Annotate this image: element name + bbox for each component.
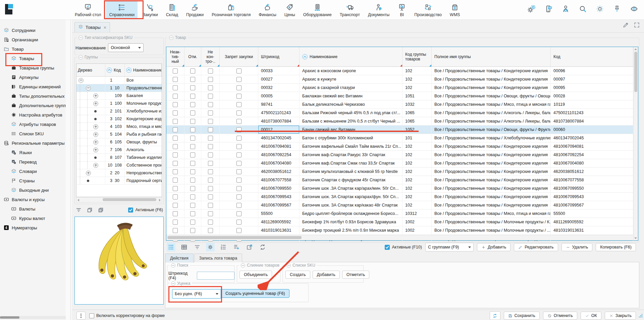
sidebar-hscrollbar[interactable]	[0, 316, 66, 319]
row-checkbox[interactable]	[208, 68, 213, 74]
nav-item-wms[interactable]: WMS	[447, 0, 463, 19]
row-checkbox[interactable]	[236, 186, 241, 191]
tree-row-овощи-фрукты[interactable]: 6105Овощи, фрукты	[76, 138, 162, 146]
collapse-icon[interactable]	[78, 55, 83, 59]
sort-asc-icon[interactable]	[126, 67, 131, 73]
column-header-штрихкод[interactable]: Штрихкод	[258, 47, 300, 66]
form-correction-checkbox[interactable]: Включить корректировку на форме	[89, 313, 165, 318]
tree-row-подарочный-сертификат[interactable]: 330Подарочный сертификат	[76, 177, 162, 185]
sidebar-item-словари[interactable]: Словари	[0, 167, 66, 176]
row-checkbox[interactable]	[173, 203, 178, 208]
row-checkbox[interactable]	[208, 152, 213, 157]
row-checkbox[interactable]	[236, 194, 241, 199]
sidebar-item-единицы-измерений[interactable]: Единицы измерений	[0, 82, 66, 91]
refresh-icon[interactable]	[258, 243, 267, 252]
merge-button[interactable]: Объединить	[239, 271, 272, 279]
row-checkbox[interactable]	[236, 169, 241, 174]
tree-row-кондитерские-изделия[interactable]: 3102Кондитерские изделия	[76, 115, 162, 123]
expand-all-icon[interactable]	[97, 206, 105, 214]
row-checkbox[interactable]	[208, 136, 213, 141]
table-row-4601347002045[interactable]: 4601347002045Батон с отрубями 300г Колом…	[166, 134, 633, 142]
nav-item-documents[interactable]: Документы	[365, 0, 392, 19]
row-checkbox[interactable]	[173, 110, 178, 116]
sidebar-item-товары[interactable]: Товары	[0, 54, 66, 63]
column-header-код[interactable]: Код	[551, 47, 633, 66]
nav-item-sales[interactable]: Продажи	[183, 0, 207, 19]
row-checkbox[interactable]	[208, 228, 213, 233]
table-row-4810067099567[interactable]: 4810067099567Батончик шок. ЗА Спартак ка…	[166, 201, 633, 210]
row-checkbox[interactable]	[173, 77, 178, 82]
row-checkbox[interactable]	[190, 119, 195, 124]
scroll-left-icon[interactable]	[77, 199, 79, 201]
table-row-4811269005592[interactable]: 4811269005592Биокефир 1% пэт/бут 0.93л Б…	[166, 218, 633, 226]
resize-grip[interactable]	[639, 314, 643, 319]
table-row-4810067099543[interactable]: 4810067099543Батончик шок. ЗА Спартак ка…	[166, 193, 633, 201]
create-markdown-product-button[interactable]: Создать уцененный товар (F6)	[221, 289, 289, 298]
edit-pencil-icon[interactable]	[623, 22, 629, 28]
product-photo-bananas[interactable]	[74, 217, 164, 305]
visibility-icon[interactable]	[629, 4, 639, 13]
column-header-код-группытоваров[interactable]: Код группы товаров	[402, 47, 432, 66]
row-checkbox[interactable]	[173, 68, 178, 74]
active-products-checkbox[interactable]: Активные (F10)	[385, 245, 422, 250]
scroll-right-icon[interactable]	[159, 199, 161, 201]
add-list-icon[interactable]	[232, 243, 241, 252]
row-checkbox[interactable]	[173, 194, 178, 199]
nav-item-purchases[interactable]: Закупки	[140, 0, 161, 19]
удалить-button[interactable]: Удалить	[561, 243, 593, 251]
classifier-select[interactable]: Основной	[108, 43, 144, 52]
table-row-4810067092254[interactable]: 4810067092254Батончик ваф.Спартак Ракурс…	[166, 151, 633, 159]
row-checkbox[interactable]	[236, 110, 241, 116]
row-checkbox[interactable]	[173, 127, 178, 132]
row-checkbox[interactable]	[190, 194, 195, 199]
row-checkbox[interactable]	[236, 102, 241, 107]
row-checkbox[interactable]	[208, 161, 213, 166]
row-checkbox[interactable]	[190, 136, 195, 141]
table-row-00032[interactable]: 00032Арахис в сахарной глазури102Все / П…	[166, 84, 633, 92]
collapse-all-icon[interactable]	[86, 206, 94, 214]
table-vscrollbar[interactable]	[633, 47, 638, 240]
expand-icon[interactable]	[93, 93, 98, 98]
sidebar-item-организации[interactable]: Организации	[0, 35, 66, 44]
row-checkbox[interactable]	[190, 152, 195, 157]
row-checkbox[interactable]	[208, 203, 213, 208]
row-checkbox[interactable]	[236, 127, 241, 132]
nav-item-transport[interactable]: Транспорт	[337, 0, 363, 19]
sku-создать-button[interactable]: Создать	[285, 271, 310, 279]
numbered-list-icon[interactable]	[219, 243, 228, 252]
sidebar-item-настройка-атрибутов[interactable]: Настройка атрибутов	[0, 110, 66, 120]
добавить-button[interactable]: Добавить	[477, 243, 511, 251]
row-checkbox[interactable]	[190, 203, 195, 208]
row-checkbox[interactable]	[236, 77, 241, 82]
collapse-icon[interactable]	[86, 86, 91, 91]
app-logo-icon[interactable]	[3, 3, 17, 16]
scroll-down-icon[interactable]	[634, 237, 637, 239]
grid-icon[interactable]	[180, 243, 189, 252]
table-hscrollbar[interactable]	[166, 235, 633, 240]
barcode-search-input[interactable]	[197, 272, 234, 280]
expand-icon[interactable]	[86, 171, 91, 176]
row-checkbox[interactable]	[236, 94, 241, 99]
row-checkbox[interactable]	[208, 169, 213, 174]
more-options-button[interactable]	[76, 312, 86, 320]
active-groups-checkbox[interactable]: Активные (F6)	[128, 208, 163, 213]
row-checkbox[interactable]	[236, 85, 241, 90]
sidebar-item-сотрудники[interactable]: Сотрудники	[0, 26, 66, 35]
row-checkbox[interactable]	[236, 144, 241, 149]
groups-hscrollbar[interactable]	[76, 197, 162, 202]
row-checkbox[interactable]	[173, 119, 178, 124]
filter-icon[interactable]	[193, 243, 202, 252]
row-checkbox[interactable]	[208, 127, 213, 132]
expand-icon[interactable]	[93, 124, 98, 129]
ок-button[interactable]: ОК	[581, 312, 601, 320]
sidebar-item-региональные-параметры[interactable]: Региональные параметры	[0, 138, 66, 148]
table-row-00005[interactable]: 00005Баклажан свежий вес Витамин1051Все …	[166, 92, 633, 100]
collapse-icon[interactable]	[78, 78, 84, 83]
nav-item-retail[interactable]: Розничная торговля	[209, 0, 254, 19]
row-checkbox[interactable]	[208, 77, 213, 82]
expand-icon[interactable]	[93, 140, 98, 145]
sidebar-item-атрибуты-товаров[interactable]: Атрибуты товаров	[0, 120, 66, 129]
row-checkbox[interactable]	[236, 68, 241, 74]
row-checkbox[interactable]	[173, 186, 178, 191]
row-checkbox[interactable]	[173, 102, 178, 107]
